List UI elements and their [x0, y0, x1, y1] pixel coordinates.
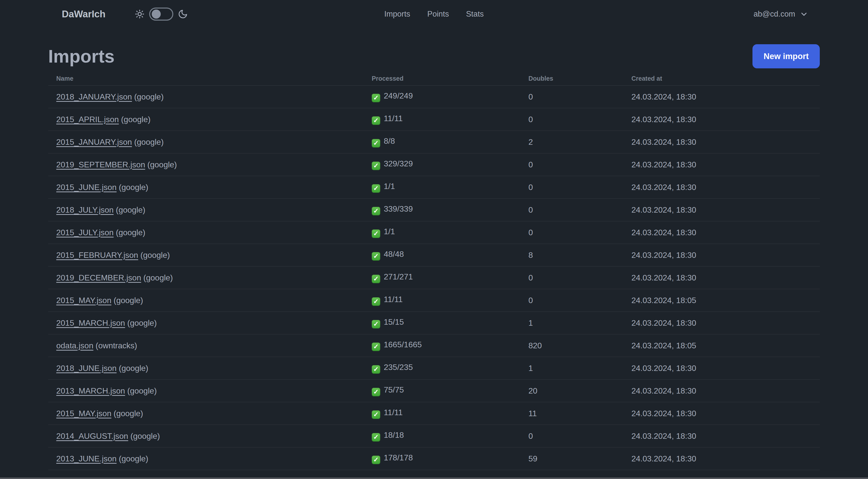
table-header-row: Name Processed Doubles Created at — [48, 71, 820, 85]
processed-count: 11/11 — [384, 408, 403, 417]
cell-created-at: 24.03.2024, 18:30 — [623, 176, 820, 199]
import-file-link[interactable]: 2014_AUGUST.json — [56, 431, 128, 441]
processed-count: 178/178 — [384, 453, 413, 462]
cell-name: 2019_SEPTEMBER.json (google) — [48, 153, 364, 176]
import-source: (google) — [117, 454, 148, 463]
cell-processed: ✓1/1 — [364, 221, 520, 244]
theme-toggle-group — [135, 7, 188, 21]
cell-processed: ✓271/271 — [364, 266, 520, 289]
import-file-link[interactable]: 2013_JUNE.json — [56, 454, 117, 463]
import-file-link[interactable]: 2015_APRIL.json — [56, 115, 119, 124]
import-source: (owntracks) — [93, 341, 137, 350]
check-mark-icon: ✓ — [372, 456, 380, 464]
app-logo[interactable]: DaWarIch — [62, 9, 105, 20]
navbar: DaWarIch Imports Points Stats ab@cd.com — [0, 0, 868, 28]
cell-created-at: 24.03.2024, 18:30 — [623, 199, 820, 221]
import-file-link[interactable]: 2015_JUNE.json — [56, 183, 117, 192]
processed-count: 48/48 — [384, 249, 404, 259]
cell-created-at: 24.03.2024, 18:30 — [623, 266, 820, 289]
cell-doubles: 820 — [520, 334, 623, 357]
import-source: (google) — [117, 183, 148, 192]
cell-processed: ✓178/178 — [364, 447, 520, 470]
check-mark-icon: ✓ — [372, 94, 380, 102]
check-mark-icon: ✓ — [372, 342, 380, 351]
import-file-link[interactable]: 2015_JULY.json — [56, 228, 114, 237]
table-row: 2014_AUGUST.json (google)✓18/18024.03.20… — [48, 425, 820, 447]
cell-name: odata.json (owntracks) — [48, 334, 364, 357]
import-source: (google) — [132, 92, 163, 101]
user-menu[interactable]: ab@cd.com — [753, 9, 808, 19]
processed-count: 329/329 — [384, 159, 413, 168]
page-header: Imports New import — [48, 44, 820, 68]
table-row: 2019_SEPTEMBER.json (google)✓329/329024.… — [48, 153, 820, 176]
import-file-link[interactable]: 2015_MAY.json — [56, 296, 111, 305]
cell-processed: ✓1/1 — [364, 176, 520, 199]
processed-count: 11/11 — [384, 114, 403, 123]
processed-count: 75/75 — [384, 385, 404, 394]
check-mark-icon: ✓ — [372, 139, 380, 148]
import-file-link[interactable]: 2018_JUNE.json — [56, 364, 117, 373]
cell-processed: ✓11/11 — [364, 289, 520, 311]
cell-processed: ✓329/329 — [364, 153, 520, 176]
cell-doubles: 0 — [520, 108, 623, 131]
processed-count: 1/1 — [384, 227, 395, 236]
check-mark-icon: ✓ — [372, 207, 380, 215]
import-source: (google) — [111, 409, 143, 418]
sun-icon — [135, 9, 145, 19]
moon-icon — [178, 9, 188, 19]
cell-doubles: 0 — [520, 221, 623, 244]
cell-created-at: 24.03.2024, 18:30 — [623, 153, 820, 176]
cell-doubles: 1 — [520, 311, 623, 334]
import-source: (google) — [128, 431, 160, 441]
check-mark-icon: ✓ — [372, 433, 380, 442]
nav-link-points[interactable]: Points — [427, 9, 449, 19]
table-row: 2018_JULY.json (google)✓339/339024.03.20… — [48, 199, 820, 221]
processed-count: 8/8 — [384, 137, 395, 146]
cell-doubles: 1 — [520, 357, 623, 380]
import-file-link[interactable]: 2019_DECEMBER.json — [56, 273, 141, 282]
cell-created-at: 24.03.2024, 18:30 — [623, 425, 820, 447]
table-row: 2013_MARCH.json (google)✓75/752024.03.20… — [48, 380, 820, 402]
processed-count: 15/15 — [384, 318, 404, 326]
cell-processed: ✓48/48 — [364, 244, 520, 266]
import-source: (google) — [119, 115, 150, 124]
check-mark-icon: ✓ — [372, 184, 380, 193]
column-header-doubles: Doubles — [520, 71, 623, 85]
import-file-link[interactable]: 2015_MAY.json — [56, 409, 111, 418]
import-source: (google) — [125, 319, 157, 327]
cell-processed: ✓1665/1665 — [364, 334, 520, 357]
check-mark-icon: ✓ — [372, 388, 380, 396]
column-header-created-at: Created at — [623, 71, 820, 85]
table-row: 2019_DECEMBER.json (google)✓271/271024.0… — [48, 266, 820, 289]
processed-count: 235/235 — [384, 363, 413, 372]
import-source: (google) — [114, 228, 145, 237]
check-mark-icon: ✓ — [372, 275, 380, 283]
import-file-link[interactable]: 2015_JANUARY.json — [56, 138, 132, 147]
cell-doubles: 8 — [520, 244, 623, 266]
window-bottom-edge — [0, 478, 868, 479]
import-file-link[interactable]: 2018_JULY.json — [56, 205, 114, 214]
cell-name: 2018_JULY.json (google) — [48, 199, 364, 221]
import-source: (google) — [145, 160, 177, 169]
import-file-link[interactable]: 2018_JANUARY.json — [56, 92, 132, 101]
nav-link-stats[interactable]: Stats — [466, 9, 484, 19]
check-mark-icon: ✓ — [372, 161, 380, 170]
import-file-link[interactable]: 2015_MARCH.json — [56, 319, 125, 327]
cell-name: 2013_JUNE.json (google) — [48, 447, 364, 470]
theme-switch[interactable] — [149, 7, 173, 21]
import-file-link[interactable]: 2015_FEBRUARY.json — [56, 250, 138, 260]
nav-link-imports[interactable]: Imports — [384, 9, 410, 19]
cell-name: 2015_APRIL.json (google) — [48, 108, 364, 131]
processed-count: 11/11 — [384, 295, 403, 304]
new-import-button[interactable]: New import — [752, 44, 820, 68]
cell-name: 2015_JULY.json (google) — [48, 221, 364, 244]
import-file-link[interactable]: 2013_MARCH.json — [56, 386, 125, 395]
table-row: 2015_MAY.json (google)✓11/111124.03.2024… — [48, 402, 820, 425]
import-file-link[interactable]: odata.json — [56, 341, 93, 350]
cell-doubles: 0 — [520, 176, 623, 199]
table-row: 2015_MARCH.json (google)✓15/15124.03.202… — [48, 311, 820, 334]
cell-processed: ✓75/75 — [364, 380, 520, 402]
table-row: 2015_JANUARY.json (google)✓8/8224.03.202… — [48, 131, 820, 153]
check-mark-icon: ✓ — [372, 297, 380, 306]
import-file-link[interactable]: 2019_SEPTEMBER.json — [56, 160, 145, 169]
